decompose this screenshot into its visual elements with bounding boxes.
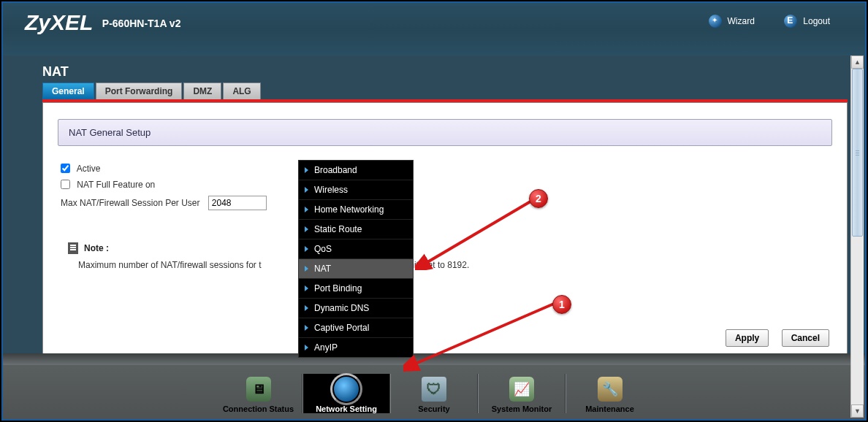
chevron-right-icon [305,226,308,232]
max-session-label: Max NAT/Firewall Session Per User [61,198,200,208]
wizard-icon [709,15,722,28]
dd-captive-portal[interactable]: Captive Portal [299,318,413,338]
max-session-input[interactable] [208,196,267,210]
nav-maintenance[interactable]: Maintenance [566,374,653,413]
wizard-label: Wizard [728,16,755,26]
annotation-callout-2: 2 [529,189,548,208]
nav-network-setting[interactable]: Network Setting [302,374,390,413]
scroll-down-button[interactable]: ▼ [851,404,864,418]
logout-label: Logout [803,16,830,26]
full-feature-label: NAT Full Feature on [77,180,155,190]
brand-logo: ZyXEL [25,10,93,35]
nav-system-monitor[interactable]: System Monitor [478,374,566,413]
dd-port-binding[interactable]: Port Binding [299,279,413,299]
active-label: Active [77,164,101,174]
nav-label-network: Network Setting [316,404,377,413]
dd-qos[interactable]: QoS [299,239,413,259]
logout-icon [784,15,797,28]
note-text-head: Maximum number of NAT/firewall sessions … [78,260,262,270]
wizard-link[interactable]: Wizard [709,15,755,28]
cancel-button[interactable]: Cancel [782,329,829,347]
nav-label-security: Security [418,404,449,413]
dd-wireless[interactable]: Wireless [299,180,413,200]
security-icon [422,377,446,402]
network-setting-dropdown: Broadband Wireless Home Networking Stati… [298,160,414,358]
chevron-right-icon [305,187,308,193]
dd-anyip[interactable]: AnyIP [299,338,413,357]
content-panel: NAT General Setup Active NAT Full Featur… [42,102,848,364]
apply-button[interactable]: Apply [726,329,769,347]
dd-dynamic-dns[interactable]: Dynamic DNS [299,299,413,318]
chevron-right-icon [305,207,308,212]
network-setting-icon [334,377,359,402]
vertical-scrollbar[interactable]: ▲ ▼ [850,55,864,418]
tab-bar: General Port Forwarding DMZ ALG [42,83,865,99]
chevron-right-icon [305,305,308,311]
chevron-right-icon [305,345,308,350]
logout-link[interactable]: Logout [784,15,830,28]
section-header: NAT General Setup [58,119,832,146]
note-label: Note : [84,243,109,253]
chevron-right-icon [305,325,308,331]
chevron-right-icon [305,246,308,252]
nav-connection-status[interactable]: Connection Status [215,374,302,413]
page-title: NAT [42,64,865,80]
tab-port-forwarding[interactable]: Port Forwarding [96,83,183,99]
nav-label-connection: Connection Status [223,404,294,413]
note-icon [68,242,78,254]
bottom-nav: Connection Status Network Setting Securi… [3,353,865,419]
nav-label-maintenance: Maintenance [585,404,634,413]
active-checkbox[interactable] [61,164,70,173]
dd-nat[interactable]: NAT [299,259,413,279]
tab-dmz[interactable]: DMZ [183,83,221,99]
nav-label-system: System Monitor [492,404,552,413]
tab-alg[interactable]: ALG [223,83,260,99]
dd-broadband[interactable]: Broadband [299,161,413,180]
note-text: Maximum number of NAT/firewall sessions … [78,260,832,270]
model-label: P-660HN-T1A v2 [102,18,181,29]
connection-status-icon [246,377,271,402]
dd-static-route[interactable]: Static Route [299,220,413,239]
scroll-track[interactable] [851,69,864,404]
chevron-right-icon [305,285,308,291]
scroll-thumb[interactable] [852,69,863,237]
tab-general[interactable]: General [42,83,94,99]
scroll-up-button[interactable]: ▲ [851,55,864,69]
chevron-right-icon [305,167,308,173]
chevron-right-icon [305,266,308,272]
nav-security[interactable]: Security [390,374,478,413]
annotation-callout-1: 1 [552,295,571,314]
system-monitor-icon [509,377,534,402]
maintenance-icon [598,377,623,402]
dd-home-networking[interactable]: Home Networking [299,200,413,220]
full-feature-checkbox[interactable] [61,180,70,189]
